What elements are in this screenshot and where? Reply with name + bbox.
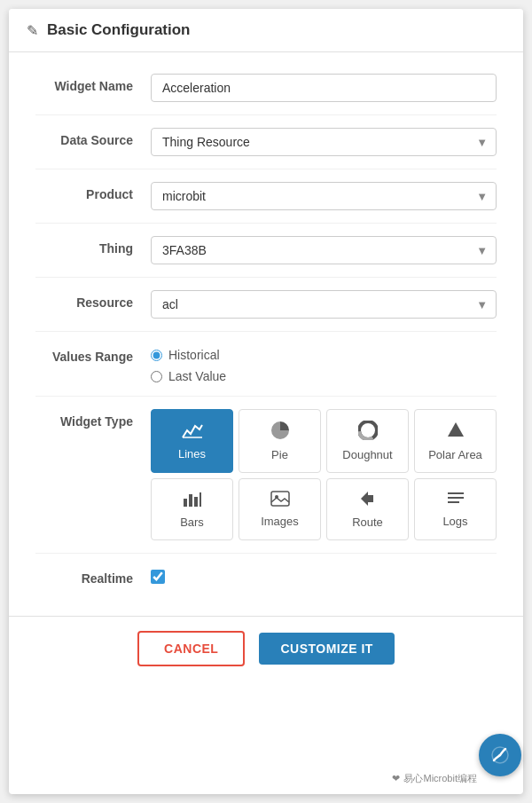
svg-rect-8 bbox=[271, 492, 289, 506]
values-range-radio-group: Historical Last Value bbox=[151, 344, 497, 383]
fab-button[interactable] bbox=[479, 734, 521, 776]
doughnut-label: Doughnut bbox=[342, 448, 392, 461]
svg-rect-7 bbox=[200, 492, 201, 507]
logs-label: Logs bbox=[442, 515, 467, 528]
logs-icon bbox=[447, 491, 465, 509]
watermark: ❤ 易心Microbit编程 bbox=[392, 772, 477, 785]
bars-label: Bars bbox=[180, 516, 204, 529]
route-icon bbox=[359, 490, 377, 510]
svg-rect-5 bbox=[189, 494, 192, 507]
watermark-icon: ❤ bbox=[392, 773, 400, 784]
svg-rect-4 bbox=[184, 499, 187, 507]
widget-type-polar-area[interactable]: Polar Area bbox=[414, 409, 497, 473]
customize-button[interactable]: CUSTOMIZE IT bbox=[259, 633, 395, 665]
bars-icon bbox=[183, 490, 202, 510]
data-source-select[interactable]: Thing Resource External API Custom bbox=[151, 128, 497, 156]
product-label: Product bbox=[35, 182, 151, 201]
widget-type-route[interactable]: Route bbox=[326, 478, 409, 540]
values-range-control: Historical Last Value bbox=[151, 344, 497, 383]
realtime-control bbox=[151, 566, 497, 584]
lines-icon bbox=[182, 421, 203, 442]
product-control: microbit raspberry arduino ▼ bbox=[151, 182, 497, 210]
product-group: Product microbit raspberry arduino ▼ bbox=[35, 169, 497, 224]
polar-area-icon bbox=[446, 421, 466, 443]
last-value-label: Last Value bbox=[168, 369, 226, 383]
product-select[interactable]: microbit raspberry arduino bbox=[151, 182, 497, 210]
doughnut-icon bbox=[358, 421, 378, 443]
widget-name-group: Widget Name bbox=[35, 61, 497, 115]
widget-name-label: Widget Name bbox=[35, 74, 151, 93]
product-select-wrap: microbit raspberry arduino ▼ bbox=[151, 182, 497, 210]
resource-group: Resource acl temperature humidity ▼ bbox=[35, 278, 497, 332]
modal-body: Widget Name Data Source Thing Resource E… bbox=[9, 52, 523, 616]
resource-select-wrap: acl temperature humidity ▼ bbox=[151, 290, 497, 319]
resource-control: acl temperature humidity ▼ bbox=[151, 290, 497, 319]
resource-label: Resource bbox=[35, 290, 151, 310]
widget-name-input[interactable] bbox=[151, 74, 497, 102]
pie-icon bbox=[270, 421, 290, 443]
realtime-group: Realtime bbox=[35, 554, 497, 598]
cancel-button[interactable]: CANCEL bbox=[137, 631, 245, 666]
widget-type-logs[interactable]: Logs bbox=[414, 478, 497, 540]
values-range-group: Values Range Historical Last Value bbox=[35, 332, 497, 397]
data-source-control: Thing Resource External API Custom ▼ bbox=[151, 128, 497, 156]
svg-rect-6 bbox=[194, 497, 198, 507]
historical-radio-item[interactable]: Historical bbox=[151, 348, 497, 362]
widget-type-grid: Lines Pie bbox=[151, 409, 497, 540]
modal-container: ✎ Basic Configuration Widget Name Data S… bbox=[9, 9, 523, 794]
pie-label: Pie bbox=[271, 448, 288, 461]
widget-type-label: Widget Type bbox=[35, 409, 151, 429]
widget-type-control: Lines Pie bbox=[151, 409, 497, 540]
polar-area-label: Polar Area bbox=[428, 448, 482, 461]
last-value-radio-item[interactable]: Last Value bbox=[151, 369, 497, 383]
widget-type-group: Widget Type Lines bbox=[35, 397, 497, 554]
resource-select[interactable]: acl temperature humidity bbox=[151, 290, 497, 319]
images-icon bbox=[270, 491, 290, 509]
widget-type-images[interactable]: Images bbox=[239, 478, 321, 540]
thing-group: Thing 3FA38B 4BC49C 5CD50D ▼ bbox=[35, 224, 497, 278]
thing-select-wrap: 3FA38B 4BC49C 5CD50D ▼ bbox=[151, 236, 497, 264]
widget-type-doughnut[interactable]: Doughnut bbox=[326, 409, 409, 473]
realtime-label: Realtime bbox=[35, 566, 151, 586]
widget-type-bars[interactable]: Bars bbox=[151, 478, 233, 540]
modal-footer: CANCEL CUSTOMIZE IT bbox=[9, 616, 523, 681]
realtime-checkbox[interactable] bbox=[151, 570, 165, 584]
data-source-label: Data Source bbox=[35, 128, 151, 147]
widget-type-pie[interactable]: Pie bbox=[239, 409, 321, 473]
images-label: Images bbox=[261, 515, 299, 528]
svg-marker-10 bbox=[361, 492, 373, 506]
edit-icon: ✎ bbox=[27, 22, 38, 39]
lines-label: Lines bbox=[178, 447, 206, 461]
modal-header: ✎ Basic Configuration bbox=[9, 9, 523, 52]
historical-radio[interactable] bbox=[151, 350, 162, 361]
historical-label: Historical bbox=[168, 348, 220, 362]
thing-label: Thing bbox=[35, 236, 151, 256]
thing-select[interactable]: 3FA38B 4BC49C 5CD50D bbox=[151, 236, 497, 264]
data-source-group: Data Source Thing Resource External API … bbox=[35, 115, 497, 169]
modal-title: Basic Configuration bbox=[47, 21, 191, 39]
data-source-select-wrap: Thing Resource External API Custom ▼ bbox=[151, 128, 497, 156]
last-value-radio[interactable] bbox=[151, 371, 162, 382]
values-range-label: Values Range bbox=[35, 344, 151, 364]
widget-type-lines[interactable]: Lines bbox=[151, 409, 233, 473]
widget-name-control bbox=[151, 74, 497, 102]
thing-control: 3FA38B 4BC49C 5CD50D ▼ bbox=[151, 236, 497, 264]
svg-marker-3 bbox=[448, 422, 464, 437]
realtime-checkbox-wrap bbox=[151, 566, 497, 584]
watermark-text: 易心Microbit编程 bbox=[403, 772, 477, 785]
route-label: Route bbox=[352, 516, 383, 529]
